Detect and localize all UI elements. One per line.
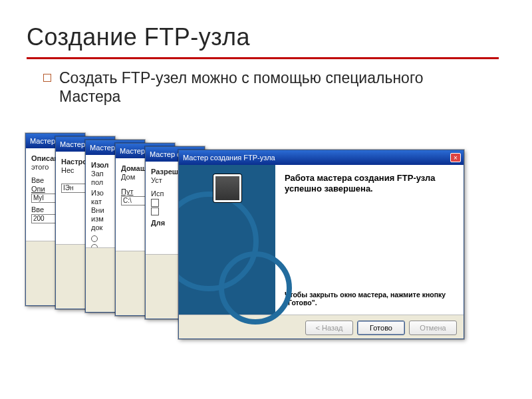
finish-button[interactable]: Готово — [357, 321, 405, 335]
label: Настро — [61, 158, 87, 166]
wizard-dialog-cascade: Мастер с Описан этого Вве Опи MyI Вве 20… — [25, 133, 491, 359]
cancel-button[interactable]: Отмена — [409, 321, 457, 335]
bullet-text: Создать FTP-узел можно с помощью специал… — [59, 69, 471, 106]
checkbox-icon[interactable] — [151, 207, 159, 215]
bullet-marker-icon — [43, 74, 51, 82]
label: Изол — [91, 161, 109, 169]
label: Пут — [121, 188, 133, 196]
label: Описан — [31, 154, 59, 162]
wizard-complete-message: Работа мастера создания FTP-узла успешно… — [285, 173, 454, 195]
wizard-sidebar-graphic — [179, 165, 275, 315]
label: Для — [151, 219, 165, 227]
label: Разреш — [151, 168, 178, 176]
radio-icon[interactable] — [91, 235, 98, 242]
title-underline — [27, 57, 499, 59]
back-button[interactable]: < Назад — [305, 321, 353, 335]
wizard-hint-text: Чтобы закрыть окно мастера, нажмите кноп… — [285, 291, 454, 307]
window-title: Мастер создания FTP-узла — [183, 154, 275, 162]
close-icon[interactable]: × — [450, 153, 461, 162]
label: Домаш — [121, 164, 146, 172]
wizard-final-dialog: Мастер создания FTP-узла × Работа мастер… — [178, 150, 464, 339]
slide-title: Создание FTP-узла — [27, 23, 250, 51]
wizard-icon — [213, 174, 241, 202]
label: Опи — [31, 185, 45, 193]
radio-icon[interactable] — [91, 244, 98, 248]
checkbox-icon[interactable] — [151, 199, 159, 207]
window-title: Мастер с — [150, 150, 181, 158]
bullet-item: Создать FTP-узел можно с помощью специал… — [43, 69, 471, 106]
